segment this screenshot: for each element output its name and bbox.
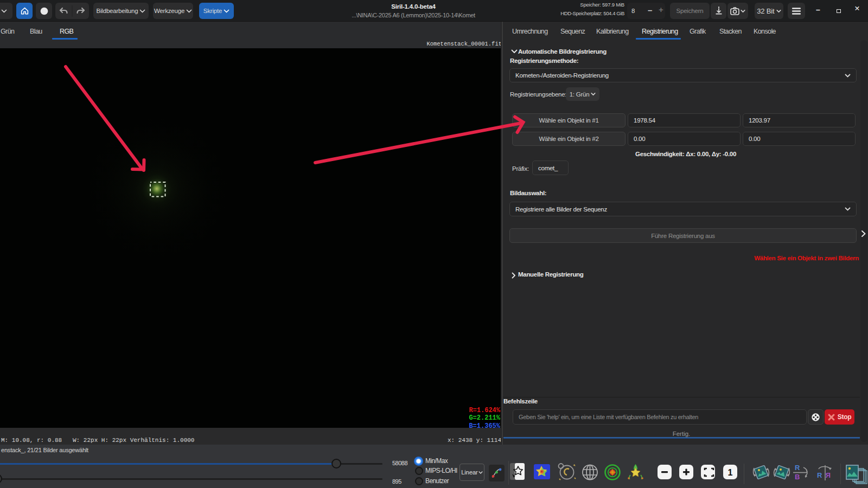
svg-text:R: R <box>825 471 831 479</box>
svg-text:R: R <box>817 471 822 479</box>
svg-text:1: 1 <box>728 468 733 477</box>
svg-text:R: R <box>795 464 800 472</box>
svg-text:B: B <box>795 473 800 481</box>
